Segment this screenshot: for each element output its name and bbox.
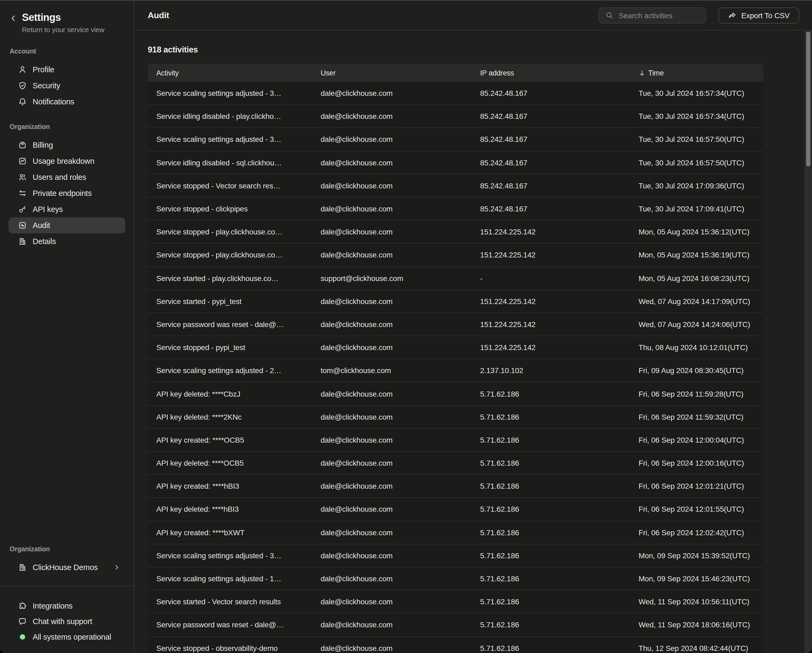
export-csv-button[interactable]: Export To CSV	[718, 7, 799, 23]
sidebar-item-usage-breakdown[interactable]: Usage breakdown	[9, 153, 125, 169]
column-header-ip[interactable]: IP address	[472, 69, 630, 77]
cell-time: Mon, 05 Aug 2024 16:08:23(UTC)	[630, 274, 763, 282]
cell-user: dale@clickhouse.com	[312, 597, 472, 606]
sidebar-item-label: Notifications	[33, 98, 74, 106]
table-row: Service stopped - clickpipesdale@clickho…	[148, 197, 763, 221]
table-row: Service started - Vector search resultsd…	[148, 590, 763, 613]
cell-ip: 85.242.48.167	[472, 158, 630, 167]
cell-ip: 5.71.62.186	[472, 482, 630, 491]
cell-activity: Service stopped - Vector search res…	[148, 182, 312, 190]
cell-time: Wed, 11 Sep 2024 18:06:16(UTC)	[630, 621, 763, 629]
cell-activity: Service scaling settings adjusted - 3…	[148, 89, 312, 98]
table-row: Service stopped - play.clickhouse.co…dal…	[148, 244, 763, 267]
column-header-time[interactable]: Time	[630, 69, 763, 77]
table-row: Service idling disabled - play.clickho…d…	[148, 105, 763, 128]
cell-user: dale@clickhouse.com	[312, 482, 472, 491]
cell-activity: API key created: ****bXWT	[148, 528, 312, 537]
sidebar-title: Settings	[22, 11, 104, 24]
sidebar-item-label: Private endpoints	[33, 189, 92, 197]
column-header-user[interactable]: User	[312, 69, 472, 77]
cell-time: Fri, 06 Sep 2024 12:02:42(UTC)	[630, 528, 763, 537]
table-header-row: Activity User IP address Time	[148, 64, 763, 82]
sidebar-item-api-keys[interactable]: API keys	[9, 201, 125, 217]
cell-time: Fri, 06 Sep 2024 11:59:28(UTC)	[630, 389, 763, 398]
cell-user: dale@clickhouse.com	[312, 505, 472, 514]
export-icon	[728, 11, 737, 20]
chart-icon	[18, 157, 27, 165]
cell-time: Tue, 30 Jul 2024 16:57:50(UTC)	[630, 158, 763, 167]
sidebar-item-users-and-roles[interactable]: Users and roles	[9, 169, 125, 185]
cell-ip: 5.71.62.186	[472, 621, 630, 629]
footer-item-label: Integrations	[33, 601, 73, 610]
system-status[interactable]: All systems operational	[9, 629, 125, 644]
org-switcher[interactable]: ClickHouse Demos	[9, 559, 125, 575]
sidebar-item-profile[interactable]: Profile	[9, 61, 125, 78]
cell-activity: Service idling disabled - sql.clickhou…	[148, 158, 312, 167]
cell-time: Tue, 30 Jul 2024 16:57:50(UTC)	[630, 135, 763, 144]
cell-user: dale@clickhouse.com	[312, 528, 472, 537]
cell-activity: Service started - Vector search results	[148, 597, 312, 606]
cell-time: Fri, 06 Sep 2024 12:00:16(UTC)	[630, 459, 763, 467]
cell-user: dale@clickhouse.com	[312, 551, 472, 560]
cell-activity: API key deleted: ****CbzJ	[148, 389, 312, 398]
cell-time: Tue, 30 Jul 2024 17:09:36(UTC)	[630, 182, 763, 190]
cell-ip: 151.224.225.142	[472, 227, 630, 236]
cell-ip: 85.242.48.167	[472, 204, 630, 213]
table-row: Service scaling settings adjusted - 3…da…	[148, 128, 763, 151]
footer-item-integrations[interactable]: Integrations	[9, 598, 125, 613]
cell-ip: -	[472, 274, 630, 282]
sort-arrow-down-icon	[639, 69, 646, 76]
search-input[interactable]	[618, 11, 700, 20]
sidebar-header: Settings Return to your service view	[0, 11, 134, 34]
cell-time: Fri, 06 Sep 2024 12:01:21(UTC)	[630, 482, 763, 491]
cell-activity: Service password was reset - dale@…	[148, 621, 312, 629]
cell-time: Wed, 11 Sep 2024 10:56:11(UTC)	[630, 597, 763, 606]
sidebar-footer: IntegrationsChat with support All system…	[0, 586, 134, 653]
cell-user: tom@clickhouse.com	[312, 366, 472, 375]
cell-ip: 5.71.62.186	[472, 574, 630, 583]
sidebar-item-audit[interactable]: Audit	[9, 217, 125, 233]
sidebar-item-details[interactable]: Details	[9, 233, 125, 249]
cell-ip: 5.71.62.186	[472, 551, 630, 560]
cell-activity: Service scaling settings adjusted - 3…	[148, 551, 312, 560]
cell-ip: 151.224.225.142	[472, 251, 630, 259]
sidebar-item-private-endpoints[interactable]: Private endpoints	[9, 185, 125, 201]
sidebar-item-security[interactable]: Security	[9, 78, 125, 94]
footer-item-chat-with-support[interactable]: Chat with support	[9, 613, 125, 629]
cell-activity: API key deleted: ****2KNc	[148, 412, 312, 421]
key-icon	[18, 205, 27, 214]
cell-ip: 151.224.225.142	[472, 297, 630, 306]
cell-time: Thu, 08 Aug 2024 10:12:01(UTC)	[630, 343, 763, 352]
vertical-scrollbar[interactable]	[804, 31, 812, 653]
cell-user: dale@clickhouse.com	[312, 436, 472, 444]
scrollbar-thumb[interactable]	[806, 32, 810, 166]
cell-ip: 151.224.225.142	[472, 343, 630, 352]
chat-bubble-icon	[18, 617, 27, 626]
sidebar-item-label: API keys	[33, 205, 63, 214]
sidebar-item-notifications[interactable]: Notifications	[9, 94, 125, 110]
cell-user: dale@clickhouse.com	[312, 89, 472, 98]
cell-activity: Service idling disabled - play.clickho…	[148, 112, 312, 121]
column-header-activity[interactable]: Activity	[148, 69, 312, 77]
cell-user: dale@clickhouse.com	[312, 459, 472, 467]
cell-time: Thu, 12 Sep 2024 08:42:44(UTC)	[630, 644, 763, 652]
cell-activity: Service scaling settings adjusted - 3…	[148, 135, 312, 144]
chevron-left-icon	[10, 14, 17, 22]
org-section-label: Organization	[0, 545, 134, 554]
puzzle-icon	[18, 601, 27, 610]
sidebar-section: AccountProfileSecurityNotifications	[0, 47, 134, 110]
cell-user: dale@clickhouse.com	[312, 320, 472, 329]
back-button[interactable]	[10, 14, 17, 23]
sidebar-item-billing[interactable]: Billing	[9, 137, 125, 153]
chevron-right-icon	[113, 564, 120, 571]
cell-ip: 5.71.62.186	[472, 505, 630, 514]
app-window: Settings Return to your service view Acc…	[0, 0, 812, 653]
cell-user: dale@clickhouse.com	[312, 204, 472, 213]
cell-activity: Service stopped - play.clickhouse.co…	[148, 227, 312, 236]
cell-user: dale@clickhouse.com	[312, 251, 472, 259]
cell-time: Tue, 30 Jul 2024 17:09:41(UTC)	[630, 204, 763, 213]
cell-user: dale@clickhouse.com	[312, 574, 472, 583]
cell-ip: 5.71.62.186	[472, 412, 630, 421]
cell-time: Mon, 05 Aug 2024 15:36:12(UTC)	[630, 227, 763, 236]
cell-time: Tue, 30 Jul 2024 16:57:34(UTC)	[630, 89, 763, 98]
